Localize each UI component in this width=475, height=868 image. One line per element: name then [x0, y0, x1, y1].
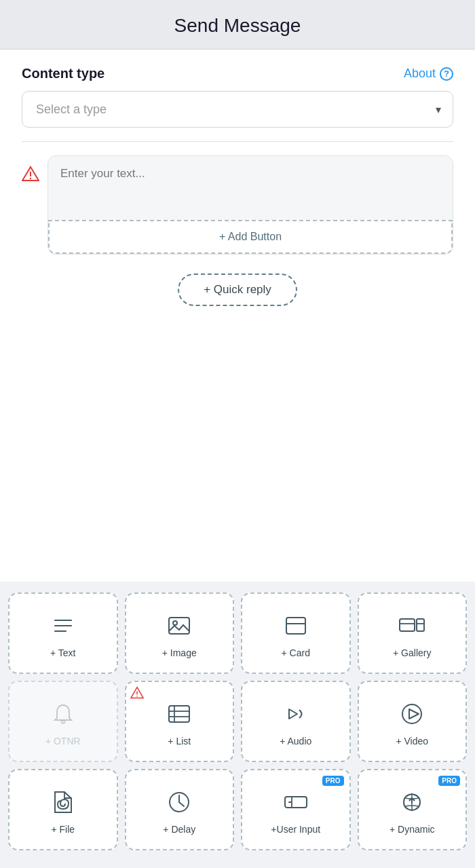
svg-point-7	[173, 621, 177, 625]
quick-reply-button[interactable]: + Quick reply	[178, 273, 297, 306]
audio-label: + Audio	[280, 736, 311, 747]
grid-item-delay[interactable]: + Delay	[125, 769, 235, 850]
svg-rect-6	[169, 618, 189, 634]
svg-point-2	[30, 178, 31, 179]
select-wrapper: Select a type ▾	[22, 91, 453, 128]
grid-item-audio[interactable]: + Audio	[241, 681, 351, 762]
svg-line-27	[179, 802, 184, 806]
grid-item-dynamic[interactable]: PRO + Dynamic	[358, 769, 468, 850]
grid-row-2: + OTNR + List	[8, 681, 467, 762]
dynamic-label: + Dynamic	[390, 824, 435, 835]
content-type-row: Content type About ?	[22, 66, 453, 81]
grid-item-image[interactable]: + Image	[125, 592, 235, 674]
grid-item-card[interactable]: + Card	[241, 592, 351, 674]
user-input-icon	[281, 787, 311, 817]
grid-row-3: + File + Delay PRO +User Input	[8, 769, 467, 850]
card-icon	[281, 611, 311, 641]
text-icon	[48, 611, 78, 641]
image-label: + Image	[162, 647, 197, 658]
content-type-label: Content type	[22, 66, 104, 81]
quick-reply-section: + Quick reply	[22, 273, 453, 306]
about-label: About	[404, 67, 436, 81]
divider	[22, 141, 453, 142]
card-label: + Card	[282, 647, 310, 658]
message-box: + Add Button	[48, 155, 453, 254]
text-label: + Text	[50, 647, 76, 658]
grid-item-video[interactable]: + Video	[358, 681, 468, 762]
about-link[interactable]: About ?	[404, 67, 453, 81]
list-label: + List	[168, 736, 191, 747]
info-icon: ?	[440, 67, 453, 81]
message-input[interactable]	[48, 156, 453, 217]
grid-item-file[interactable]: + File	[8, 769, 118, 850]
list-warning-icon	[130, 686, 144, 702]
svg-rect-10	[400, 619, 415, 631]
file-icon	[48, 787, 78, 817]
svg-rect-12	[417, 619, 424, 631]
audio-icon	[281, 699, 311, 729]
svg-marker-24	[409, 709, 419, 719]
file-label: + File	[51, 824, 75, 835]
pro-badge-dynamic: PRO	[438, 776, 460, 786]
text-area-section: + Add Button	[22, 155, 453, 254]
gallery-icon	[397, 611, 427, 641]
warning-triangle-icon	[22, 165, 39, 187]
bell-icon	[48, 699, 78, 729]
image-icon	[164, 611, 194, 641]
pro-badge-user-input: PRO	[322, 776, 344, 786]
page-title: Send Message	[0, 15, 475, 37]
grid-item-text[interactable]: + Text	[8, 592, 118, 674]
add-button[interactable]: + Add Button	[48, 220, 453, 254]
svg-rect-18	[169, 706, 189, 722]
grid-item-user-input[interactable]: PRO +User Input	[241, 769, 351, 850]
grid-item-otnr: + OTNR	[8, 681, 118, 762]
grid-item-gallery[interactable]: + Gallery	[358, 592, 468, 674]
svg-point-17	[136, 696, 138, 697]
content-type-select[interactable]: Select a type	[22, 91, 453, 128]
page-header: Send Message	[0, 0, 475, 50]
grid-row-1: + Text + Image + Card	[8, 592, 467, 674]
video-icon	[397, 699, 427, 729]
dynamic-icon	[397, 787, 427, 817]
delay-icon	[164, 787, 194, 817]
main-content: Content type About ? Select a type ▾ + A…	[0, 50, 475, 582]
user-input-label: +User Input	[271, 824, 320, 835]
list-icon	[164, 699, 194, 729]
svg-rect-28	[285, 797, 307, 808]
gallery-label: + Gallery	[393, 647, 431, 658]
grid-item-list[interactable]: + List	[125, 681, 235, 762]
bottom-grid-section: + Text + Image + Card	[0, 582, 475, 868]
svg-rect-8	[286, 618, 305, 634]
svg-marker-22	[289, 709, 297, 719]
otnr-label: + OTNR	[45, 736, 81, 747]
delay-label: + Delay	[163, 824, 195, 835]
video-label: + Video	[396, 736, 428, 747]
